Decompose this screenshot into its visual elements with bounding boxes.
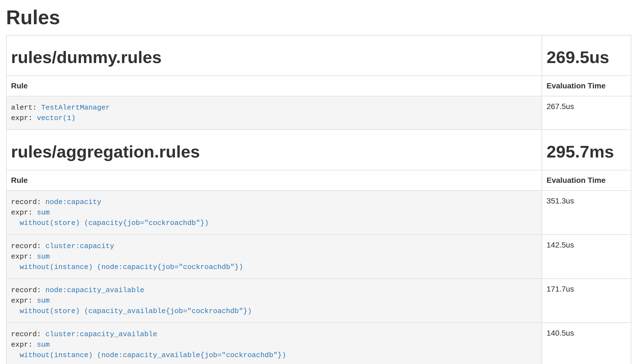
rule-eval-time-cell: 171.7us — [542, 279, 631, 323]
rule-definition: record: node:capacity_available expr: su… — [11, 285, 537, 316]
rule-expr-link[interactable]: vector(1) — [37, 114, 75, 122]
rule-eval-time-cell: 142.5us — [542, 235, 631, 279]
rule-expr-link[interactable]: cluster:capacity_available — [45, 330, 157, 338]
rule-keyword: alert: — [11, 104, 41, 112]
rule-group-eval-time: 269.5us — [547, 48, 626, 66]
rule-row: record: node:capacity_available expr: su… — [6, 279, 631, 323]
rule-expr-link[interactable]: without(instance) (node:capacity_availab… — [11, 351, 286, 359]
rule-expr-link[interactable]: sum — [37, 341, 50, 349]
rule-keyword: expr: — [11, 341, 37, 349]
rule-expr-link[interactable]: without(instance) (node:capacity{job="co… — [11, 263, 243, 271]
rule-definition: alert: TestAlertManager expr: vector(1) — [11, 102, 537, 123]
rule-group-eval-time-cell: 295.7ms — [542, 130, 631, 170]
rule-group-file-cell: rules/aggregation.rules — [6, 130, 542, 170]
rule-group-file: rules/aggregation.rules — [11, 143, 537, 161]
rule-definition: record: cluster:capacity_available expr:… — [11, 329, 537, 360]
rules-page: Rules rules/dummy.rules269.5usRuleEvalua… — [0, 7, 638, 364]
rule-definition-cell: record: cluster:capacity_available expr:… — [6, 323, 542, 364]
rule-definition-cell: record: node:capacity_available expr: su… — [6, 279, 542, 323]
rule-definition: record: node:capacity expr: sum without(… — [11, 197, 537, 228]
page-title: Rules — [6, 7, 631, 28]
rule-expr-link[interactable]: sum — [37, 252, 50, 261]
column-header-row: RuleEvaluation Time — [6, 76, 631, 96]
rule-expr-link[interactable]: sum — [37, 208, 50, 217]
column-header-row: RuleEvaluation Time — [6, 170, 631, 191]
rule-definition: record: cluster:capacity expr: sum witho… — [11, 241, 537, 272]
rule-group-file: rules/dummy.rules — [11, 48, 537, 66]
rule-definition-cell: alert: TestAlertManager expr: vector(1) — [6, 96, 542, 130]
rule-keyword: expr: — [11, 252, 37, 261]
rule-definition-cell: record: cluster:capacity expr: sum witho… — [6, 235, 542, 279]
rules-table-body: rules/dummy.rules269.5usRuleEvaluation T… — [6, 35, 631, 364]
rule-group-eval-time: 295.7ms — [547, 143, 626, 161]
rule-group-file-cell: rules/dummy.rules — [6, 35, 542, 76]
rule-group-eval-time-cell: 269.5us — [542, 35, 631, 76]
rule-row: alert: TestAlertManager expr: vector(1)2… — [6, 96, 631, 130]
rule-keyword: record: — [11, 198, 45, 206]
rule-keyword: expr: — [11, 208, 37, 217]
rule-expr-link[interactable]: node:capacity — [45, 198, 101, 206]
rule-eval-time-cell: 140.5us — [542, 323, 631, 364]
rule-expr-link[interactable]: without(store) (capacity_available{job="… — [11, 307, 252, 315]
rule-column-header: Rule — [6, 170, 542, 191]
rule-definition-cell: record: node:capacity expr: sum without(… — [6, 191, 542, 235]
rule-expr-link[interactable]: sum — [37, 297, 50, 305]
rule-expr-link[interactable]: node:capacity_available — [45, 286, 144, 294]
rule-row: record: cluster:capacity expr: sum witho… — [6, 235, 631, 279]
rule-group-header-row: rules/aggregation.rules295.7ms — [6, 130, 631, 170]
rule-eval-time-cell: 351.3us — [542, 191, 631, 235]
rule-expr-link[interactable]: without(store) (capacity{job="cockroachd… — [11, 219, 209, 227]
rule-group-header-row: rules/dummy.rules269.5us — [6, 35, 631, 76]
rule-column-header: Rule — [6, 76, 542, 96]
rule-eval-time-cell: 267.5us — [542, 96, 631, 130]
eval-time-column-header: Evaluation Time — [542, 76, 631, 96]
rule-keyword: record: — [11, 242, 45, 250]
eval-time-column-header: Evaluation Time — [542, 170, 631, 191]
rule-keyword: record: — [11, 286, 45, 294]
rule-row: record: cluster:capacity_available expr:… — [6, 323, 631, 364]
rule-keyword: expr: — [11, 114, 37, 122]
rule-row: record: node:capacity expr: sum without(… — [6, 191, 631, 235]
rule-keyword: record: — [11, 330, 45, 338]
rule-expr-link[interactable]: cluster:capacity — [45, 242, 114, 250]
rule-keyword: expr: — [11, 297, 37, 305]
rule-expr-link[interactable]: TestAlertManager — [41, 104, 110, 112]
rules-table: rules/dummy.rules269.5usRuleEvaluation T… — [6, 35, 631, 364]
